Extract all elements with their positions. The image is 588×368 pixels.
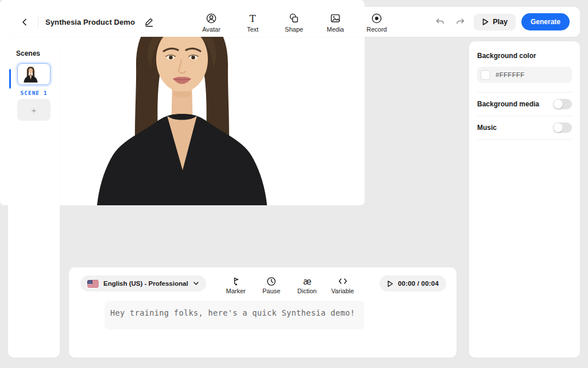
tool-label: Record	[366, 26, 386, 33]
music-toggle[interactable]	[553, 122, 572, 133]
scenes-sidebar: Scenes SCENE 1 +	[8, 41, 60, 358]
music-label: Music	[477, 124, 497, 132]
scene-label: SCENE 1	[13, 90, 55, 96]
chevron-left-icon	[21, 18, 29, 26]
clock-icon	[266, 276, 276, 286]
tool-label: Marker	[226, 288, 245, 294]
chevron-down-icon	[193, 281, 199, 286]
edit-title-button[interactable]	[142, 15, 156, 29]
document-title: Synthesia Product Demo	[45, 18, 135, 26]
language-label: English (US) - Professional	[103, 280, 188, 287]
edit-pencil-icon	[144, 17, 154, 27]
tool-label: Pause	[262, 288, 280, 294]
toolbar-shape-button[interactable]: Shape	[281, 13, 307, 33]
pause-button[interactable]: Pause	[260, 276, 283, 294]
play-label: Play	[493, 18, 508, 26]
top-toolbar: Synthesia Product Demo Avatar T Text Sha…	[8, 7, 580, 37]
tool-label: Avatar	[202, 26, 220, 33]
undo-icon	[435, 17, 445, 26]
variable-button[interactable]: Variable	[331, 276, 354, 294]
background-color-label: Background color	[477, 52, 572, 60]
media-icon	[330, 13, 341, 24]
section-divider	[477, 139, 572, 140]
diction-button[interactable]: æ Diction	[296, 276, 319, 294]
toolbar-media-button[interactable]: Media	[323, 13, 348, 33]
time-display: 00:00 / 00:04	[398, 280, 439, 287]
variable-brackets-icon	[338, 276, 348, 286]
insert-toolbar: Avatar T Text Shape Media Record	[199, 12, 389, 33]
play-button[interactable]: Play	[474, 14, 516, 30]
redo-button[interactable]	[453, 15, 468, 29]
music-row: Music	[477, 116, 572, 139]
header-actions: Play Generate	[389, 13, 570, 30]
shape-icon	[288, 13, 300, 24]
svg-text:æ: æ	[303, 277, 311, 286]
header-divider	[38, 16, 38, 28]
toolbar-record-button[interactable]: Record	[364, 13, 389, 33]
record-icon	[371, 13, 382, 24]
active-scene-indicator	[9, 69, 11, 89]
script-panel: English (US) - Professional Marker Pause…	[69, 267, 457, 358]
text-icon: T	[247, 13, 258, 24]
play-icon	[482, 18, 489, 26]
language-selector[interactable]: English (US) - Professional	[80, 275, 206, 292]
color-value: #FFFFFF	[496, 71, 525, 78]
document-header: Synthesia Product Demo	[18, 15, 199, 29]
tool-label: Text	[247, 26, 258, 33]
script-toolbar: English (US) - Professional Marker Pause…	[69, 267, 457, 294]
undo-button[interactable]	[432, 15, 447, 29]
marker-flag-icon	[231, 276, 241, 286]
scene-thumbnail-avatar	[18, 64, 50, 85]
scene-thumbnail[interactable]	[17, 63, 51, 85]
preview-time-button[interactable]: 00:00 / 00:04	[380, 275, 446, 292]
background-color-input[interactable]: #FFFFFF	[477, 67, 572, 83]
tool-label: Shape	[285, 26, 303, 33]
us-flag-icon	[87, 280, 99, 288]
tool-label: Diction	[297, 288, 317, 294]
diction-ae-icon: æ	[301, 276, 313, 286]
script-text[interactable]: Hey training folks, here's a quick Synth…	[110, 308, 355, 317]
generate-button[interactable]: Generate	[521, 13, 570, 30]
marker-button[interactable]: Marker	[225, 276, 247, 294]
background-media-label: Background media	[477, 100, 539, 108]
tool-label: Media	[327, 26, 344, 33]
properties-panel: Background color #FFFFFF Background medi…	[469, 41, 580, 358]
add-scene-button[interactable]: +	[17, 99, 51, 121]
background-media-row: Background media	[477, 92, 572, 116]
redo-icon	[455, 17, 466, 26]
svg-text:T: T	[249, 13, 256, 24]
toolbar-avatar-button[interactable]: Avatar	[199, 13, 224, 33]
play-icon	[387, 280, 393, 288]
toolbar-text-button[interactable]: T Text	[240, 13, 265, 33]
background-media-toggle[interactable]	[553, 99, 572, 109]
script-tools: Marker Pause æ Diction Variable	[225, 275, 354, 294]
avatar-icon	[206, 13, 217, 24]
script-editor[interactable]: Hey training folks, here's a quick Synth…	[69, 300, 457, 358]
tool-label: Variable	[331, 288, 354, 294]
back-button[interactable]	[18, 16, 31, 29]
scenes-title: Scenes	[8, 49, 60, 57]
color-swatch[interactable]	[481, 70, 490, 80]
